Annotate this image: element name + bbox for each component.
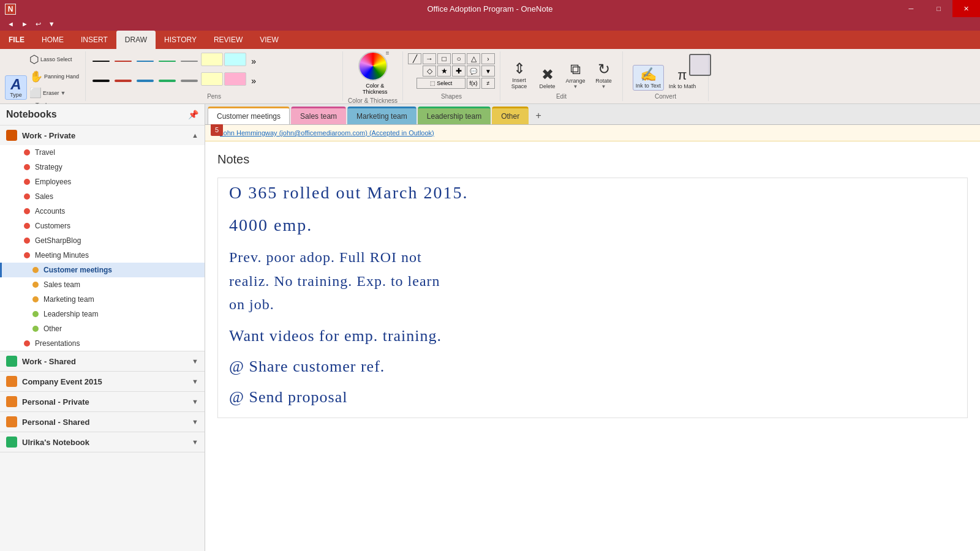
page-travel[interactable]: Travel xyxy=(0,145,205,160)
page-sales[interactable]: Sales xyxy=(0,189,205,204)
page-leadership-team[interactable]: Leadership team xyxy=(0,307,205,321)
page-sales-team-dot xyxy=(32,282,39,288)
page-other[interactable]: Other xyxy=(0,321,205,336)
eraser-dropdown[interactable]: ▼ xyxy=(61,90,66,96)
notebook-work-shared-header[interactable]: Work - Shared ▼ xyxy=(0,351,205,371)
delete-button[interactable]: ✖ Delete xyxy=(535,65,560,91)
lasso-label: Lasso Select xyxy=(40,56,72,62)
page-marketing-team[interactable]: Marketing team xyxy=(0,292,205,307)
tab-file[interactable]: FILE xyxy=(0,31,33,49)
page-tab-leadership-team[interactable]: Leadership team xyxy=(418,107,491,124)
shape-op2[interactable]: ≠ xyxy=(481,78,495,89)
shape-chevron[interactable]: › xyxy=(481,53,495,64)
page-accounts[interactable]: Accounts xyxy=(0,204,205,219)
pen-blue-thin[interactable] xyxy=(135,53,156,70)
pen-black-thin[interactable] xyxy=(91,53,111,70)
page-accounts-label: Accounts xyxy=(35,207,65,216)
color-thickness-button[interactable]: ≡ xyxy=(358,51,388,81)
pen-gray-thin[interactable] xyxy=(179,53,200,70)
page-strategy[interactable]: Strategy xyxy=(0,160,205,174)
page-sales-team[interactable]: Sales team xyxy=(0,277,205,292)
add-tab-button[interactable]: + xyxy=(530,107,547,124)
shapes-group-label: Shapes xyxy=(441,92,462,101)
shape-op1[interactable]: f(x) xyxy=(467,78,480,89)
notebook-ulrikas-header[interactable]: Ulrika's Notebook ▼ xyxy=(0,432,205,452)
tab-insert[interactable]: INSERT xyxy=(72,31,116,49)
page-other-label: Other xyxy=(43,324,62,333)
pen-gray-med[interactable] xyxy=(179,72,200,89)
notebooks-pin-button[interactable]: 📌 xyxy=(188,110,198,119)
arrange-dropdown[interactable]: ▼ xyxy=(573,84,578,89)
rotate-button[interactable]: ↻ Rotate ▼ xyxy=(592,59,616,91)
shape-star[interactable]: ★ xyxy=(437,66,451,77)
page-travel-label: Travel xyxy=(35,148,55,157)
tab-review[interactable]: REVIEW xyxy=(205,31,251,49)
note-ink-area[interactable]: O 365 rolled out March 2015. 4000 emp. P… xyxy=(217,178,968,418)
notebook-personal-shared-header[interactable]: Personal - Shared ▼ xyxy=(0,412,205,432)
ink-to-math-button[interactable]: π Ink to Math xyxy=(666,66,699,91)
note-header-email[interactable]: John Hemmingway (john@officemediaroom.co… xyxy=(220,129,434,137)
notebook-personal-private-header[interactable]: Personal - Private ▼ xyxy=(0,392,205,411)
page-getsharpblog[interactable]: GetSharpBlog xyxy=(0,233,205,248)
pen-black-med[interactable] xyxy=(91,72,111,89)
pen-yellow2[interactable] xyxy=(201,72,223,86)
dropdown-button[interactable]: ▼ xyxy=(46,19,58,29)
page-customers[interactable]: Customers xyxy=(0,219,205,233)
shape-ellipse[interactable]: ○ xyxy=(452,53,466,64)
pen-swatches-row2: » xyxy=(91,72,260,89)
pen-green-thin[interactable] xyxy=(157,53,178,70)
tab-view[interactable]: VIEW xyxy=(251,31,287,49)
tab-history[interactable]: HISTORY xyxy=(156,31,205,49)
ink-to-text-button[interactable]: ✍ Ink to Text xyxy=(633,65,664,91)
pen-blue-med[interactable] xyxy=(135,72,156,89)
page-tab-other[interactable]: Other xyxy=(492,107,529,124)
shape-select[interactable]: ⬚ Select xyxy=(417,78,466,89)
pen-more[interactable]: » xyxy=(247,53,260,70)
page-tab-sales-team[interactable]: Sales team xyxy=(291,107,346,124)
type-button[interactable]: A Type xyxy=(5,75,27,100)
shape-triangle[interactable]: △ xyxy=(467,53,480,64)
page-presentations[interactable]: Presentations xyxy=(0,336,205,351)
close-button[interactable]: ✕ xyxy=(952,0,980,17)
pen-red-thin[interactable] xyxy=(113,53,134,70)
shape-arrow[interactable]: → xyxy=(423,53,436,64)
eraser-button[interactable]: ⬜ Eraser ▼ xyxy=(28,86,80,100)
ribbon-group-shapes: ╱ → □ ○ △ › ◇ ★ ✚ 💬 ▼ ⬚ Select f(x) ≠ Sh… xyxy=(403,51,500,101)
maximize-button[interactable]: □ xyxy=(925,0,952,17)
arrange-button[interactable]: ⧉ Arrange ▼ xyxy=(564,59,588,91)
notebook-work-private-header[interactable]: Work - Private ▲ xyxy=(0,126,205,145)
undo-button[interactable]: ↩ xyxy=(33,19,43,29)
panning-hand-button[interactable]: ✋ Panning Hand xyxy=(28,69,80,84)
page-customer-meetings[interactable]: Customer meetings xyxy=(0,263,205,277)
shape-line[interactable]: ╱ xyxy=(408,53,421,64)
pen-green-med[interactable] xyxy=(157,72,178,89)
notebook-company-event-header[interactable]: Company Event 2015 ▼ xyxy=(0,372,205,391)
pen-cyan-highlight[interactable] xyxy=(224,53,246,66)
page-tab-marketing-team[interactable]: Marketing team xyxy=(347,107,417,124)
shapes-row1: ╱ → □ ○ △ › xyxy=(408,53,495,64)
insert-space-button[interactable]: ⇕ InsertSpace xyxy=(507,59,532,91)
pen-red-med[interactable] xyxy=(113,72,134,89)
shape-more[interactable]: ▼ xyxy=(481,66,495,77)
lasso-select-button[interactable]: ⬡ Lasso Select xyxy=(28,51,80,67)
tab-draw[interactable]: DRAW xyxy=(116,31,156,49)
page-tab-customer-meetings[interactable]: Customer meetings xyxy=(208,107,290,125)
pen-more2[interactable]: » xyxy=(247,72,260,89)
minimize-button[interactable]: ─ xyxy=(897,0,925,17)
back-button[interactable]: ◄ xyxy=(5,19,17,29)
rotate-dropdown[interactable]: ▼ xyxy=(601,84,606,89)
arrange-icon: ⧉ xyxy=(570,61,581,78)
shape-callout[interactable]: 💬 xyxy=(467,66,480,77)
tab-home[interactable]: HOME xyxy=(33,31,72,49)
shape-rect[interactable]: □ xyxy=(437,53,451,64)
page-meeting-minutes[interactable]: Meeting Minutes xyxy=(0,248,205,263)
forward-button[interactable]: ► xyxy=(19,19,31,29)
pen-pink[interactable] xyxy=(224,72,246,86)
page-employees[interactable]: Employees xyxy=(0,174,205,189)
shape-cross[interactable]: ✚ xyxy=(452,66,466,77)
notebook-personal-private-label: Personal - Private xyxy=(22,397,89,407)
shape-diamond[interactable]: ◇ xyxy=(423,66,436,77)
window-controls[interactable]: ─ □ ✕ xyxy=(897,0,980,17)
note-content-area[interactable]: Notes O 365 rolled out March 2015. 4000 … xyxy=(205,141,980,551)
pen-yellow-highlight[interactable] xyxy=(201,53,223,66)
